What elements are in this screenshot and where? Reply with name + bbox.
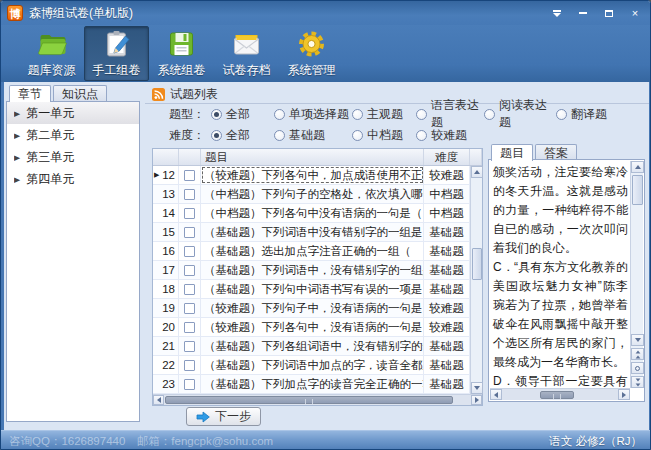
radio-type-single-choice[interactable]: 单项选择题 xyxy=(274,106,352,123)
row-checkbox[interactable] xyxy=(184,170,195,181)
tree-item-unit2[interactable]: ▶ 第二单元 xyxy=(7,124,139,146)
tree-item-unit3[interactable]: ▶ 第三单元 xyxy=(7,146,139,168)
scroll-down-button[interactable] xyxy=(631,334,644,346)
question-cell[interactable]: （基础题）选出加点字注音正确的一组（ ） A. ... xyxy=(201,242,424,260)
table-row[interactable]: ▶ 13 （中档题）下列句子的空格处，依次填入哪一项词语... 中档题 xyxy=(153,185,470,204)
radio-diff-basic[interactable]: 基础题 xyxy=(274,127,352,144)
radio-type-subjective[interactable]: 主观题 xyxy=(352,106,416,123)
preview-vertical-scrollbar[interactable] xyxy=(630,161,643,388)
question-cell[interactable]: （中档题）下列各句中没有语病的一句是（ ）A. ... xyxy=(201,204,424,222)
toolbar-item-question-bank[interactable]: 题库资源 xyxy=(19,26,84,81)
radio-icon[interactable] xyxy=(416,130,427,141)
radio-icon[interactable] xyxy=(416,109,427,120)
row-checkbox[interactable] xyxy=(184,189,195,200)
question-cell[interactable]: （基础题）下列句中词语书写有误的一项是（ ）A... xyxy=(201,280,424,298)
table-row[interactable]: ▶ 20 （较难题）下列各句中，没有语病的一句是（ ）... 较难题 xyxy=(153,318,470,337)
row-checkbox[interactable] xyxy=(184,360,195,371)
header-difficulty[interactable]: 难度 xyxy=(424,149,470,165)
table-vertical-scrollbar[interactable] xyxy=(470,166,482,394)
scroll-thumb[interactable] xyxy=(165,396,453,404)
tree-item-unit1[interactable]: ▶ 第一单元 xyxy=(7,102,139,124)
table-row[interactable]: ▶ 17 （基础题）下列词语中，没有错别字的一组是（ ... 基础题 xyxy=(153,261,470,280)
scroll-thumb[interactable] xyxy=(472,248,482,280)
skin-button[interactable] xyxy=(546,5,568,21)
expand-icon[interactable]: ▶ xyxy=(14,131,20,139)
radio-icon[interactable] xyxy=(556,109,567,120)
table-row[interactable]: ▶ 15 （基础题）下列词语中没有错别字的一组是（ ）A... 基础题 xyxy=(153,223,470,242)
toolbar-item-system-compose[interactable]: 系统组卷 xyxy=(149,26,214,81)
question-cell[interactable]: （中档题）下列句子的空格处，依次填入哪一项词语... xyxy=(201,185,424,203)
question-cell[interactable]: （基础题）下列词语中加点的字，读音全都正确的一... xyxy=(201,356,424,374)
scroll-thumb[interactable] xyxy=(632,175,643,205)
question-cell[interactable]: （较难题）下列各句中，没有语病的一句是（ ）... xyxy=(201,318,424,336)
scroll-right-button[interactable] xyxy=(471,395,482,405)
radio-icon[interactable] xyxy=(484,109,495,120)
maximize-button[interactable] xyxy=(598,5,620,21)
scroll-up-button[interactable] xyxy=(631,161,644,173)
radio-type-all[interactable]: 全部 xyxy=(211,106,274,123)
folder-icon xyxy=(35,28,68,60)
table-row[interactable]: ▶ 18 （基础题）下列句中词语书写有误的一项是（ ）A... 基础题 xyxy=(153,280,470,299)
radio-icon[interactable] xyxy=(211,109,222,120)
tab-chapters[interactable]: 章节 xyxy=(9,85,51,102)
radio-diff-hard[interactable]: 较难题 xyxy=(416,127,484,144)
table-horizontal-scrollbar[interactable] xyxy=(153,394,482,405)
table-row[interactable]: ▶ 22 （基础题）下列词语中加点的字，读音全都正确的一... 基础题 xyxy=(153,356,470,375)
table-row[interactable]: ▶ 14 （中档题）下列各句中没有语病的一句是（ ）A. ... 中档题 xyxy=(153,204,470,223)
radio-icon[interactable] xyxy=(274,130,285,141)
row-checkbox[interactable] xyxy=(184,322,195,333)
question-cell[interactable]: （较难题）下列句子中，没有语病的一句是（ ） A... xyxy=(201,299,424,317)
radio-icon[interactable] xyxy=(352,130,363,141)
next-step-button[interactable]: 下一步 xyxy=(186,407,261,426)
preview-horizontal-scrollbar[interactable] xyxy=(490,388,630,400)
browse-down-button[interactable] xyxy=(631,376,644,388)
browse-select-button[interactable] xyxy=(631,362,644,374)
tab-question-preview[interactable]: 题目 xyxy=(491,144,533,161)
question-cell[interactable]: （基础题）下列词语中没有错别字的一组是（ ）A... xyxy=(201,223,424,241)
browse-up-button[interactable] xyxy=(631,348,644,360)
scroll-thumb[interactable] xyxy=(540,391,574,399)
table-row[interactable]: ▶ 12 （较难题）下列各句中，加点成语使用不正确的一项... 较难题 xyxy=(153,166,470,185)
row-checkbox[interactable] xyxy=(184,284,195,295)
row-checkbox[interactable] xyxy=(184,341,195,352)
question-cell[interactable]: （基础题）下列加点字的读音完全正确的一项是（ ... xyxy=(201,375,424,393)
row-number: ▶ 19 xyxy=(153,299,179,317)
table-row[interactable]: ▶ 19 （较难题）下列句子中，没有语病的一句是（ ） A... 较难题 xyxy=(153,299,470,318)
scroll-down-button[interactable] xyxy=(471,382,483,394)
row-checkbox[interactable] xyxy=(184,265,195,276)
toolbar-item-system-manage[interactable]: 系统管理 xyxy=(279,26,344,81)
toolbar-item-manual-compose[interactable]: 手工组卷 xyxy=(84,26,149,81)
row-checkbox[interactable] xyxy=(184,246,195,257)
row-checkbox[interactable] xyxy=(184,379,195,390)
row-checkbox[interactable] xyxy=(184,303,195,314)
radio-type-translation[interactable]: 翻译题 xyxy=(556,106,607,123)
tab-knowledge-points[interactable]: 知识点 xyxy=(53,85,107,102)
question-cell[interactable]: （基础题）下列各组词语中，没有错别字的一项是（... xyxy=(201,337,424,355)
minimize-button[interactable] xyxy=(572,5,594,21)
header-separator xyxy=(145,103,649,104)
table-row[interactable]: ▶ 21 （基础题）下列各组词语中，没有错别字的一项是（... 基础题 xyxy=(153,337,470,356)
question-cell[interactable]: （基础题）下列词语中，没有错别字的一组是（ ... xyxy=(201,261,424,279)
expand-icon[interactable]: ▶ xyxy=(14,109,20,117)
expand-icon[interactable]: ▶ xyxy=(14,175,20,183)
row-checkbox[interactable] xyxy=(184,208,195,219)
row-checkbox[interactable] xyxy=(184,227,195,238)
radio-diff-all[interactable]: 全部 xyxy=(211,127,274,144)
scroll-up-button[interactable] xyxy=(471,166,483,178)
radio-icon[interactable] xyxy=(274,109,285,120)
expand-icon[interactable]: ▶ xyxy=(14,153,20,161)
scroll-left-button[interactable] xyxy=(490,389,502,400)
question-cell[interactable]: （较难题）下列各句中，加点成语使用不正确的一项... xyxy=(201,166,424,184)
table-row[interactable]: ▶ 23 （基础题）下列加点字的读音完全正确的一项是（ ... 基础题 xyxy=(153,375,470,394)
scroll-left-button[interactable] xyxy=(153,395,164,405)
table-row[interactable]: ▶ 16 （基础题）选出加点字注音正确的一组（ ） A. ... 基础题 xyxy=(153,242,470,261)
radio-type-reading[interactable]: 阅读表达题 xyxy=(484,97,556,131)
toolbar-item-paper-archive[interactable]: 试卷存档 xyxy=(214,26,279,81)
close-button[interactable]: × xyxy=(624,5,646,21)
scroll-right-button[interactable] xyxy=(618,389,630,400)
radio-diff-medium[interactable]: 中档题 xyxy=(352,127,416,144)
header-question[interactable]: 题目 xyxy=(201,149,424,165)
radio-icon[interactable] xyxy=(352,109,363,120)
radio-icon[interactable] xyxy=(211,130,222,141)
tree-item-unit4[interactable]: ▶ 第四单元 xyxy=(7,168,139,190)
